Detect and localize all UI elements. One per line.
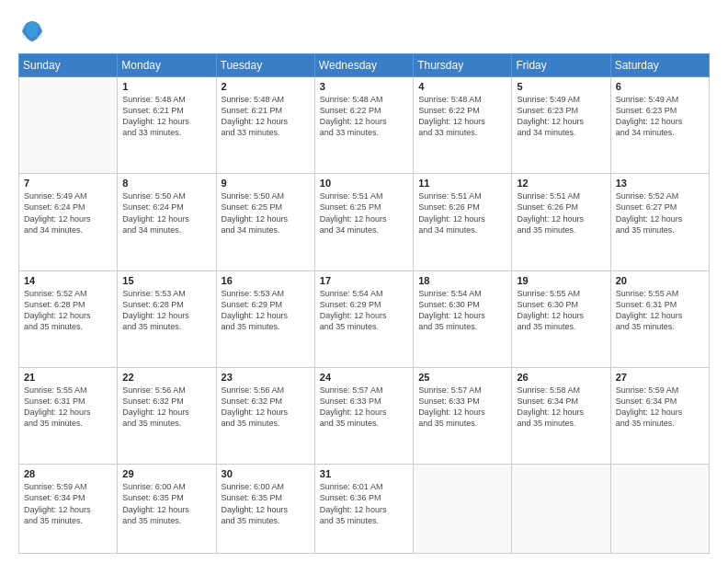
calendar-cell: 9Sunrise: 5:50 AM Sunset: 6:25 PM Daylig… [216, 174, 314, 270]
day-info: Sunrise: 5:48 AM Sunset: 6:22 PM Dayligh… [320, 94, 408, 139]
day-info: Sunrise: 5:55 AM Sunset: 6:30 PM Dayligh… [517, 288, 605, 333]
day-number: 27 [616, 372, 704, 383]
day-info: Sunrise: 5:53 AM Sunset: 6:29 PM Dayligh… [222, 288, 310, 333]
day-number: 29 [122, 468, 210, 479]
calendar-header-tuesday: Tuesday [216, 54, 314, 77]
day-number: 4 [418, 81, 506, 92]
day-info: Sunrise: 5:49 AM Sunset: 6:23 PM Dayligh… [616, 94, 704, 139]
day-info: Sunrise: 5:55 AM Sunset: 6:31 PM Dayligh… [616, 288, 704, 333]
day-info: Sunrise: 5:56 AM Sunset: 6:32 PM Dayligh… [122, 385, 210, 430]
calendar-cell: 12Sunrise: 5:51 AM Sunset: 6:26 PM Dayli… [512, 174, 610, 270]
day-info: Sunrise: 5:51 AM Sunset: 6:26 PM Dayligh… [418, 190, 506, 236]
day-info: Sunrise: 5:48 AM Sunset: 6:22 PM Dayligh… [418, 94, 506, 139]
page: SundayMondayTuesdayWednesdayThursdayFrid… [0, 0, 728, 563]
calendar-week-row: 7Sunrise: 5:49 AM Sunset: 6:24 PM Daylig… [19, 174, 710, 270]
day-number: 19 [517, 275, 605, 286]
day-number: 24 [320, 372, 408, 383]
calendar-cell: 17Sunrise: 5:54 AM Sunset: 6:29 PM Dayli… [314, 270, 413, 367]
day-number: 25 [418, 372, 506, 383]
calendar-cell: 16Sunrise: 5:53 AM Sunset: 6:29 PM Dayli… [216, 270, 314, 367]
calendar-cell: 8Sunrise: 5:50 AM Sunset: 6:24 PM Daylig… [118, 174, 216, 270]
day-info: Sunrise: 5:57 AM Sunset: 6:33 PM Dayligh… [320, 385, 408, 430]
day-number: 16 [222, 275, 310, 286]
calendar-cell: 18Sunrise: 5:54 AM Sunset: 6:30 PM Dayli… [414, 270, 512, 367]
day-info: Sunrise: 5:48 AM Sunset: 6:21 PM Dayligh… [222, 94, 310, 139]
logo [18, 17, 50, 44]
calendar-cell [610, 465, 709, 554]
calendar-cell: 19Sunrise: 5:55 AM Sunset: 6:30 PM Dayli… [512, 270, 610, 367]
day-number: 15 [122, 275, 210, 286]
day-info: Sunrise: 5:54 AM Sunset: 6:30 PM Dayligh… [418, 288, 506, 333]
calendar-cell: 13Sunrise: 5:52 AM Sunset: 6:27 PM Dayli… [610, 174, 709, 270]
calendar-cell: 14Sunrise: 5:52 AM Sunset: 6:28 PM Dayli… [19, 270, 118, 367]
calendar-table: SundayMondayTuesdayWednesdayThursdayFrid… [18, 53, 710, 554]
logo-icon [18, 17, 46, 44]
day-info: Sunrise: 5:56 AM Sunset: 6:32 PM Dayligh… [222, 385, 310, 430]
day-info: Sunrise: 5:58 AM Sunset: 6:34 PM Dayligh… [517, 385, 605, 430]
calendar-week-row: 21Sunrise: 5:55 AM Sunset: 6:31 PM Dayli… [19, 367, 710, 464]
calendar-cell [512, 465, 610, 554]
calendar-header-row: SundayMondayTuesdayWednesdayThursdayFrid… [19, 54, 710, 77]
day-number: 21 [24, 372, 112, 383]
calendar-cell: 26Sunrise: 5:58 AM Sunset: 6:34 PM Dayli… [512, 367, 610, 464]
day-info: Sunrise: 6:00 AM Sunset: 6:35 PM Dayligh… [222, 481, 310, 526]
calendar-header-monday: Monday [118, 54, 216, 77]
day-info: Sunrise: 5:51 AM Sunset: 6:25 PM Dayligh… [320, 190, 408, 236]
calendar-cell: 23Sunrise: 5:56 AM Sunset: 6:32 PM Dayli… [216, 367, 314, 464]
day-info: Sunrise: 5:50 AM Sunset: 6:25 PM Dayligh… [222, 190, 310, 236]
calendar-cell: 22Sunrise: 5:56 AM Sunset: 6:32 PM Dayli… [118, 367, 216, 464]
calendar-cell [19, 77, 118, 174]
calendar-cell: 10Sunrise: 5:51 AM Sunset: 6:25 PM Dayli… [314, 174, 413, 270]
calendar-header-friday: Friday [512, 54, 610, 77]
calendar-cell: 1Sunrise: 5:48 AM Sunset: 6:21 PM Daylig… [118, 77, 216, 174]
day-number: 9 [222, 178, 310, 189]
day-number: 28 [24, 468, 112, 479]
calendar-cell: 3Sunrise: 5:48 AM Sunset: 6:22 PM Daylig… [314, 77, 413, 174]
day-info: Sunrise: 5:53 AM Sunset: 6:28 PM Dayligh… [122, 288, 210, 333]
day-info: Sunrise: 5:49 AM Sunset: 6:23 PM Dayligh… [517, 94, 605, 139]
day-number: 11 [418, 178, 506, 189]
day-number: 5 [517, 81, 605, 92]
day-info: Sunrise: 5:59 AM Sunset: 6:34 PM Dayligh… [616, 385, 704, 430]
calendar-cell: 21Sunrise: 5:55 AM Sunset: 6:31 PM Dayli… [19, 367, 118, 464]
calendar-header-wednesday: Wednesday [314, 54, 413, 77]
day-number: 20 [616, 275, 704, 286]
calendar-week-row: 14Sunrise: 5:52 AM Sunset: 6:28 PM Dayli… [19, 270, 710, 367]
day-info: Sunrise: 6:00 AM Sunset: 6:35 PM Dayligh… [122, 481, 210, 526]
calendar-week-row: 28Sunrise: 5:59 AM Sunset: 6:34 PM Dayli… [19, 465, 710, 554]
day-number: 31 [320, 468, 408, 479]
calendar-cell: 4Sunrise: 5:48 AM Sunset: 6:22 PM Daylig… [414, 77, 512, 174]
day-number: 7 [24, 178, 112, 189]
calendar-cell: 5Sunrise: 5:49 AM Sunset: 6:23 PM Daylig… [512, 77, 610, 174]
calendar-week-row: 1Sunrise: 5:48 AM Sunset: 6:21 PM Daylig… [19, 77, 710, 174]
day-number: 3 [320, 81, 408, 92]
day-info: Sunrise: 6:01 AM Sunset: 6:36 PM Dayligh… [320, 481, 408, 526]
calendar-cell: 30Sunrise: 6:00 AM Sunset: 6:35 PM Dayli… [216, 465, 314, 554]
day-info: Sunrise: 5:49 AM Sunset: 6:24 PM Dayligh… [24, 190, 112, 236]
day-info: Sunrise: 5:52 AM Sunset: 6:27 PM Dayligh… [616, 190, 704, 236]
day-info: Sunrise: 5:54 AM Sunset: 6:29 PM Dayligh… [320, 288, 408, 333]
calendar-cell: 29Sunrise: 6:00 AM Sunset: 6:35 PM Dayli… [118, 465, 216, 554]
day-info: Sunrise: 5:48 AM Sunset: 6:21 PM Dayligh… [122, 94, 210, 139]
calendar-cell: 24Sunrise: 5:57 AM Sunset: 6:33 PM Dayli… [314, 367, 413, 464]
calendar-cell: 28Sunrise: 5:59 AM Sunset: 6:34 PM Dayli… [19, 465, 118, 554]
day-number: 22 [122, 372, 210, 383]
calendar-header-thursday: Thursday [414, 54, 512, 77]
day-info: Sunrise: 5:57 AM Sunset: 6:33 PM Dayligh… [418, 385, 506, 430]
day-number: 13 [616, 178, 704, 189]
calendar-header-sunday: Sunday [19, 54, 118, 77]
day-number: 14 [24, 275, 112, 286]
day-number: 30 [222, 468, 310, 479]
calendar-cell: 6Sunrise: 5:49 AM Sunset: 6:23 PM Daylig… [610, 77, 709, 174]
day-number: 1 [122, 81, 210, 92]
calendar-cell: 7Sunrise: 5:49 AM Sunset: 6:24 PM Daylig… [19, 174, 118, 270]
day-number: 2 [222, 81, 310, 92]
calendar-cell: 11Sunrise: 5:51 AM Sunset: 6:26 PM Dayli… [414, 174, 512, 270]
header [18, 17, 710, 44]
day-number: 8 [122, 178, 210, 189]
calendar-cell: 31Sunrise: 6:01 AM Sunset: 6:36 PM Dayli… [314, 465, 413, 554]
calendar-cell: 15Sunrise: 5:53 AM Sunset: 6:28 PM Dayli… [118, 270, 216, 367]
calendar-cell: 20Sunrise: 5:55 AM Sunset: 6:31 PM Dayli… [610, 270, 709, 367]
day-info: Sunrise: 5:51 AM Sunset: 6:26 PM Dayligh… [517, 190, 605, 236]
day-info: Sunrise: 5:50 AM Sunset: 6:24 PM Dayligh… [122, 190, 210, 236]
